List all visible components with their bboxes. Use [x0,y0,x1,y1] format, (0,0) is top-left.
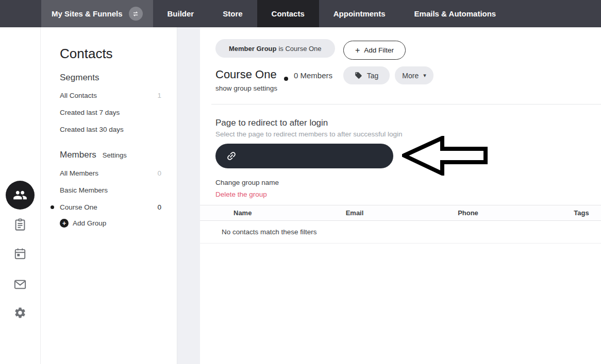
nav-builder-label: Builder [168,9,194,18]
member-group-count: 0 [157,203,161,211]
tag-button[interactable]: Tag [343,66,390,84]
group-title: Course One [215,68,277,81]
contacts-section-icon[interactable] [6,181,35,210]
member-group-label: Course One [60,203,97,211]
more-button-label: More [402,72,419,80]
tag-icon [355,72,362,79]
sidebar-item-created-30-days[interactable]: Created last 30 days [60,126,161,133]
nav-store[interactable]: Store [208,0,257,27]
sidebar-item-all-members[interactable]: All Members 0 [60,169,161,177]
link-icon [226,150,237,162]
column-header-email: Email [298,209,411,217]
member-group-count: 0 [157,169,161,177]
chevron-down-icon: ▾ [423,72,426,79]
nav-contacts-label: Contacts [272,9,305,18]
column-header-tags: Tags [525,209,601,217]
gear-icon [14,306,27,319]
settings-rail-button[interactable] [14,306,27,319]
nav-contacts[interactable]: Contacts [257,0,319,27]
add-group-label: Add Group [73,219,106,227]
section-divider [211,104,601,105]
tasks-rail-button[interactable] [13,218,27,232]
nav-appointments-label: Appointments [333,9,386,18]
nav-builder[interactable]: Builder [153,0,209,27]
change-group-name-link[interactable]: Change group name [215,179,279,186]
nav-emails-label: Emails & Automations [414,9,496,18]
contacts-table: Name Email Phone Tags No contacts match … [200,205,601,244]
title-separator-dot [284,77,288,81]
members-heading: Members [60,150,96,160]
member-group-label: All Members [60,169,98,177]
top-navigation-bar: My Sites & Funnels Builder Store Contact… [0,0,601,27]
delete-group-link[interactable]: Delete the group [215,190,267,198]
table-header-row: Name Email Phone Tags [200,205,601,221]
member-group-label: Basic Members [60,186,108,194]
sidebar-item-all-contacts[interactable]: All Contacts 1 [60,92,161,99]
redirect-section-subtext: Select the page to redirect members to a… [215,130,402,138]
table-empty-message: No contacts match these filters [200,221,601,244]
column-header-phone: Phone [411,209,525,217]
nav-my-sites-label: My Sites & Funnels [52,9,123,18]
nav-appointments[interactable]: Appointments [319,0,400,27]
members-count: 0 Members [294,71,332,80]
email-rail-button[interactable] [13,278,27,291]
members-settings-link[interactable]: Settings [103,151,127,159]
sidebar-item-course-one[interactable]: Course One 0 [60,203,161,211]
plus-icon: + [60,219,69,228]
sidebar-item-basic-members[interactable]: Basic Members [60,186,161,194]
tag-button-label: Tag [367,72,379,80]
redirect-page-selector[interactable] [215,144,393,168]
segment-label: All Contacts [60,92,97,99]
calendar-rail-button[interactable] [13,247,27,261]
nav-my-sites-and-funnels[interactable]: My Sites & Funnels [41,0,153,27]
filter-chip-value: is Course One [278,45,321,53]
segments-heading: Segments [60,73,99,83]
column-header-name: Name [200,209,298,217]
panel-gutter [177,27,200,364]
more-button[interactable]: More ▾ [395,66,433,84]
clipboard-icon [13,218,27,232]
icon-rail [0,27,41,364]
filter-chip-member-group[interactable]: Member Group is Course One [215,39,335,58]
annotation-arrow-icon [402,136,488,176]
mail-icon [13,278,27,291]
selected-group-bullet [51,205,54,209]
sidebar-item-created-7-days[interactable]: Created last 7 days [60,109,161,116]
add-filter-button[interactable]: + Add Filter [343,41,406,60]
calendar-icon [13,247,27,261]
nav-emails-automations[interactable]: Emails & Automations [400,0,511,27]
add-group-button[interactable]: + Add Group [60,219,106,228]
plus-icon: + [355,46,360,55]
segment-label: Created last 30 days [60,126,124,133]
segment-count: 1 [157,92,161,99]
nav-store-label: Store [223,9,242,18]
topnav-left-spacer [0,0,41,27]
swap-sites-icon[interactable] [129,7,143,21]
plus-glyph: + [62,220,66,227]
redirect-section-heading: Page to redirect to after login [215,118,328,128]
add-filter-label: Add Filter [364,46,394,54]
people-icon [13,188,27,202]
show-group-settings-link[interactable]: show group settings [215,84,277,92]
contacts-side-panel: Contacts Segments All Contacts 1 Created… [41,27,177,364]
filter-chip-field: Member Group [229,45,276,53]
main-content: Member Group is Course One + Add Filter … [200,27,601,364]
members-heading-row: MembersSettings [60,150,127,160]
panel-title: Contacts [60,46,113,62]
segment-label: Created last 7 days [60,109,120,116]
app-window: My Sites & Funnels Builder Store Contact… [0,0,601,364]
